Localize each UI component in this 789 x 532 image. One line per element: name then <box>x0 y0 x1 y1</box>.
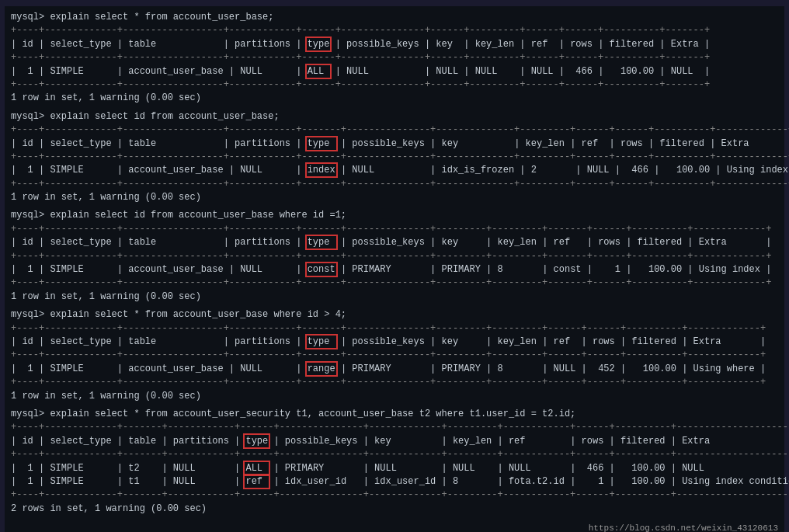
row-1: | 1 | SIMPLE | account_user_base | NULL … <box>11 65 778 78</box>
sep2-2: +----+-------------+------------------+-… <box>11 151 778 164</box>
row-4: | 1 | SIMPLE | account_user_base | NULL … <box>11 363 778 376</box>
header-4: | id | select_type | table | partitions … <box>11 336 778 349</box>
query-block-3: mysql> explain select id from account_us… <box>11 209 778 304</box>
sep3-4: +----+-------------+------------------+-… <box>11 376 778 389</box>
header-5: | id | select_type | table | partitions … <box>11 435 778 448</box>
type-value-5a: ALL <box>245 463 268 474</box>
type-value-5b: ref <box>245 476 268 487</box>
query-block-5: mysql> explain select * from account_use… <box>11 408 778 516</box>
sep1-2: +----+-------------+------------------+-… <box>11 123 778 137</box>
sep1-3: +----+-------------+------------------+-… <box>11 223 778 236</box>
type-value-2: index <box>308 165 335 176</box>
query-block-2: mysql> explain select id from account_us… <box>11 110 778 205</box>
query-block-4: mysql> explain select * from account_use… <box>11 308 778 403</box>
footer-url: https://blog.csdn.net/weixin_43120613 <box>11 520 778 532</box>
sep3-3: +----+-------------+------------------+-… <box>11 276 778 290</box>
header-3: | id | select_type | table | partitions … <box>11 236 778 249</box>
info-4: 1 row in set, 1 warning (0.00 sec) <box>11 390 778 403</box>
sep2-3: +----+-------------+------------------+-… <box>11 250 778 263</box>
type-header-1: type <box>308 39 330 50</box>
query-block-1: mysql> explain select * from account_use… <box>11 11 778 106</box>
row-3: | 1 | SIMPLE | account_user_base | NULL … <box>11 263 778 276</box>
type-value-3: const <box>308 264 335 275</box>
terminal: mysql> explain select * from account_use… <box>5 6 784 532</box>
header-1: | id | select_type | table | partitions … <box>11 38 778 51</box>
type-header-3: type <box>308 237 335 248</box>
row-2: | 1 | SIMPLE | account_user_base | NULL … <box>11 164 778 177</box>
info-2: 1 row in set, 1 warning (0.00 sec) <box>11 191 778 204</box>
command-2: mysql> explain select id from account_us… <box>11 110 778 123</box>
sep1-1: +----+-------------+------------------+-… <box>11 24 778 37</box>
header-2: | id | select_type | table | partitions … <box>11 137 778 151</box>
sep2-1: +----+-------------+------------------+-… <box>11 51 778 64</box>
info-3: 1 row in set, 1 warning (0.00 sec) <box>11 290 778 304</box>
command-3: mysql> explain select id from account_us… <box>11 209 778 222</box>
sep2-5: +----+-------------+-------+------------… <box>11 448 778 461</box>
sep2-4: +----+-------------+------------------+-… <box>11 349 778 362</box>
command-5: mysql> explain select * from account_use… <box>11 408 778 421</box>
type-header-4: type <box>308 336 335 347</box>
sep3-5: +----+-------------+-------+------------… <box>11 489 778 502</box>
info-1: 1 row in set, 1 warning (0.00 sec) <box>11 92 778 105</box>
type-value-1: ALL <box>308 66 330 77</box>
sep3-1: +----+-------------+------------------+-… <box>11 78 778 92</box>
info-5: 2 rows in set, 1 warning (0.00 sec) <box>11 502 778 516</box>
row-5b: | 1 | SIMPLE | t1 | NULL | ref | idx_use… <box>11 475 778 489</box>
type-value-4: range <box>308 363 335 374</box>
row-5a: | 1 | SIMPLE | t2 | NULL | ALL | PRIMARY… <box>11 462 778 475</box>
sep1-4: +----+-------------+------------------+-… <box>11 322 778 336</box>
sep3-2: +----+-------------+------------------+-… <box>11 178 778 191</box>
type-header-5: type <box>245 436 268 447</box>
command-4: mysql> explain select * from account_use… <box>11 308 778 322</box>
type-header-2: type <box>308 138 335 149</box>
sep1-5: +----+-------------+-------+------------… <box>11 421 778 434</box>
command-1: mysql> explain select * from account_use… <box>11 11 778 24</box>
